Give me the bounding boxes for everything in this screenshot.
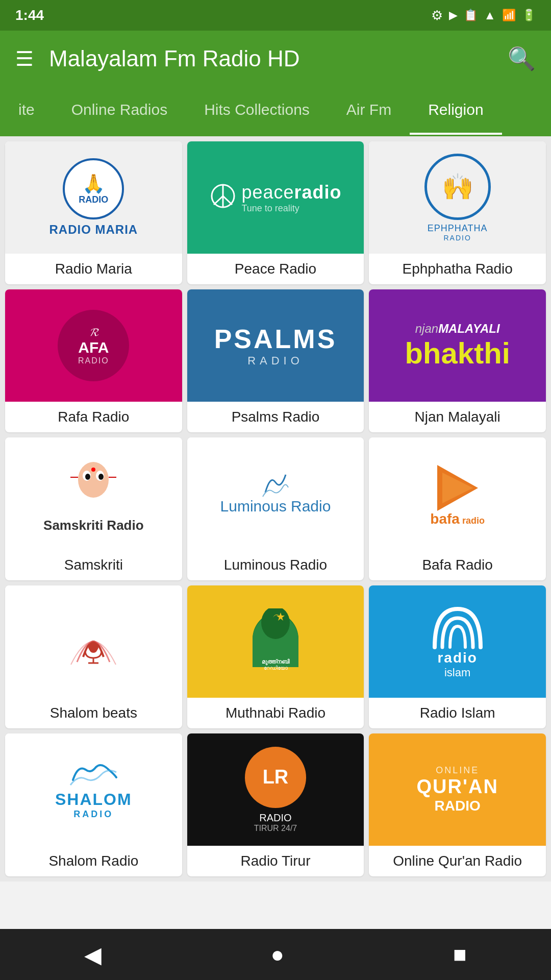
psalms-logo: PSALMS RADIO [214, 324, 337, 368]
recents-button[interactable]: ■ [453, 942, 467, 967]
luminous-logo: Luminous Radio [220, 472, 331, 515]
samskriti-label: Samskriti [5, 550, 182, 580]
status-icons: ⚙ ▶ 📋 ▲ 📶 🔋 [431, 8, 536, 23]
top-bar: ☰ Malayalam Fm Radio HD 🔍 [0, 31, 551, 87]
radio-islam-logo: radio islam [430, 604, 486, 679]
grid-item-peace-radio[interactable]: peaceradio Tune to reality Peace Radio [187, 141, 364, 284]
svg-text:റേഡിയോ: റേഡിയോ [263, 665, 288, 671]
grid-item-quran[interactable]: ONLINE QUR'AN RADIO Online Qur'an Radio [369, 733, 546, 876]
quran-label: Online Qur'an Radio [369, 846, 546, 876]
wifi-icon: ▲ [484, 8, 496, 22]
ephphatha-logo: 🙌 EPHPHATHA RADIO [424, 154, 491, 242]
shalom-radio-label: Shalom Radio [5, 846, 182, 876]
storage-status-icon: 📋 [464, 9, 478, 22]
grid-item-luminous[interactable]: Luminous Radio Luminous Radio [187, 437, 364, 580]
rafa-label: Rafa Radio [5, 402, 182, 432]
bafa-label: Bafa Radio [369, 550, 546, 580]
back-button[interactable]: ◀ [84, 942, 102, 968]
search-icon[interactable]: 🔍 [508, 45, 536, 72]
settings-status-icon: ⚙ [431, 8, 443, 23]
samskriti-logo: Samskriti Radio [43, 454, 144, 533]
grid-item-rafa[interactable]: 𝓡 AFA RADIO Rafa Radio [5, 289, 182, 432]
app-title: Malayalam Fm Radio HD [49, 46, 492, 71]
svg-line-3 [223, 196, 232, 205]
svg-rect-15 [89, 642, 97, 653]
svg-point-7 [85, 474, 90, 480]
ephphatha-label: Ephphatha Radio [369, 254, 546, 284]
bafa-logo: bafa radio [427, 460, 488, 527]
battery-icon: 🔋 [522, 9, 536, 22]
grid-item-psalms[interactable]: PSALMS RADIO Psalms Radio [187, 289, 364, 432]
grid-item-ephphatha[interactable]: 🙌 EPHPHATHA RADIO Ephphatha Radio [369, 141, 546, 284]
grid-item-samskriti[interactable]: Samskriti Radio Samskriti [5, 437, 182, 580]
home-button[interactable]: ● [270, 942, 284, 967]
rafa-logo: 𝓡 AFA RADIO [58, 310, 129, 381]
grid-item-radio-islam[interactable]: radio islam Radio Islam [369, 585, 546, 728]
muthnabi-label: Muthnabi Radio [187, 698, 364, 728]
tab-favourite[interactable]: ite [0, 87, 53, 135]
muthnabi-logo: മുത്ത്നബി റേഡിയോ [245, 608, 306, 675]
svg-text:മുത്ത്നബി: മുത്ത്നബി [262, 658, 290, 666]
grid-item-tirur[interactable]: LR RADIO TIRUR 24/7 Radio Tirur [187, 733, 364, 876]
grid-item-radio-maria[interactable]: 🙏 RADIO RADIO MARIA Radio Maria [5, 141, 182, 284]
tirur-label: Radio Tirur [187, 846, 364, 876]
svg-point-8 [98, 474, 104, 480]
quran-logo: ONLINE QUR'AN RADIO [416, 765, 498, 814]
shalom-radio-logo: SHALOM RADIO [55, 760, 132, 820]
peace-radio-label: Peace Radio [187, 254, 364, 284]
clock: 1:44 [15, 7, 44, 23]
signal-icon: 📶 [502, 9, 516, 22]
luminous-label: Luminous Radio [187, 550, 364, 580]
grid-item-shalom-beats[interactable]: Shalom beats [5, 585, 182, 728]
svg-point-9 [91, 468, 95, 472]
svg-point-4 [78, 462, 109, 498]
grid-item-njan-malayali[interactable]: njanMALAYALI bhakthi Njan Malayali [369, 289, 546, 432]
svg-line-2 [214, 196, 223, 205]
tab-air-fm[interactable]: Air Fm [328, 87, 410, 135]
status-bar: 1:44 ⚙ ▶ 📋 ▲ 📶 🔋 [0, 0, 551, 31]
radio-islam-label: Radio Islam [369, 698, 546, 728]
psalms-label: Psalms Radio [187, 402, 364, 432]
tirur-logo: LR RADIO TIRUR 24/7 [245, 747, 306, 833]
menu-icon[interactable]: ☰ [15, 47, 34, 70]
njan-label: Njan Malayali [369, 402, 546, 432]
peace-radio-logo: peaceradio Tune to reality [209, 182, 341, 214]
grid-item-shalom-radio[interactable]: SHALOM RADIO Shalom Radio [5, 733, 182, 876]
shalom-beats-label: Shalom beats [5, 698, 182, 728]
tab-religion[interactable]: Religion [410, 87, 502, 135]
shalom-beats-logo [63, 616, 124, 667]
tab-hits-collections[interactable]: Hits Collections [186, 87, 328, 135]
radio-grid: 🙏 RADIO RADIO MARIA Radio Maria [0, 136, 551, 881]
grid-item-muthnabi[interactable]: മുത്ത്നബി റേഡിയോ Muthnabi Radio [187, 585, 364, 728]
radio-maria-logo: 🙏 RADIO RADIO MARIA [49, 158, 138, 237]
bottom-nav: ◀ ● ■ [0, 929, 551, 980]
tab-bar: ite Online Radios Hits Collections Air F… [0, 87, 551, 136]
tab-online-radios[interactable]: Online Radios [53, 87, 186, 135]
radio-maria-label: Radio Maria [5, 254, 182, 284]
play-status-icon: ▶ [449, 9, 458, 22]
njan-logo: njanMALAYALI bhakthi [405, 322, 510, 370]
grid-item-bafa[interactable]: bafa radio Bafa Radio [369, 437, 546, 580]
